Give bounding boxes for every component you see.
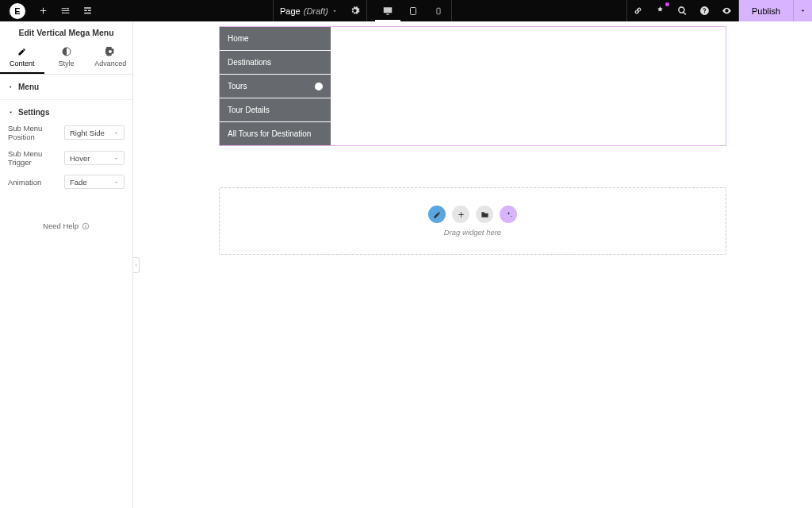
tab-advanced[interactable]: Advanced xyxy=(88,44,132,74)
add-element-button[interactable] xyxy=(32,0,54,21)
gear-icon xyxy=(105,47,115,56)
help-icon[interactable] xyxy=(694,0,716,21)
vertical-mega-menu-widget[interactable]: Home Destinations Tours Tour Details All… xyxy=(219,26,726,146)
tab-style-label: Style xyxy=(59,60,75,67)
svg-rect-3 xyxy=(437,8,440,14)
dropzone-add-button[interactable] xyxy=(452,206,469,223)
submenu-trigger-label: Sub Menu Trigger xyxy=(8,149,63,167)
mega-menu-item-label: Destinations xyxy=(228,58,271,67)
mega-menu-item-label: Tour Details xyxy=(228,106,270,114)
mega-menu-item[interactable]: All Tours for Destination xyxy=(220,122,331,145)
widget-dropzone[interactable]: Drag widget here xyxy=(219,187,726,255)
chevron-down-icon xyxy=(331,8,338,14)
chevron-down-icon xyxy=(113,179,119,185)
mega-menu-item-badge xyxy=(315,83,323,90)
mega-menu-item-label: All Tours for Destination xyxy=(228,129,311,138)
publish-options-dropdown[interactable] xyxy=(793,0,812,21)
svg-point-1 xyxy=(62,12,63,13)
section-menu-title: Menu xyxy=(18,83,39,91)
chevron-down-icon xyxy=(8,110,13,115)
tab-advanced-label: Advanced xyxy=(94,60,126,67)
animation-select[interactable]: Fade xyxy=(64,175,124,189)
sparkle-icon xyxy=(504,210,513,219)
viewport-tablet[interactable] xyxy=(400,0,426,21)
plus-icon xyxy=(457,210,465,219)
mega-menu-item-label: Tours xyxy=(228,82,247,90)
need-help-label: Need Help xyxy=(43,221,79,230)
publish-button[interactable]: Publish xyxy=(739,0,793,21)
connect-icon[interactable] xyxy=(627,0,649,21)
animation-value: Fade xyxy=(70,178,87,187)
tab-style[interactable]: Style xyxy=(44,44,89,74)
chevron-left-icon xyxy=(134,262,138,268)
viewport-desktop[interactable] xyxy=(375,0,400,21)
edit-icon xyxy=(433,210,442,219)
submenu-trigger-select[interactable]: Hover xyxy=(64,151,124,165)
submenu-position-select[interactable]: Right Side xyxy=(64,125,124,140)
section-settings-title: Settings xyxy=(18,108,49,117)
dropzone-edit-button[interactable] xyxy=(428,206,446,223)
page-label-text: Page xyxy=(280,6,301,16)
tab-content[interactable]: Content xyxy=(0,44,44,74)
chevron-right-icon xyxy=(8,84,13,90)
finder-search-icon[interactable] xyxy=(672,0,694,21)
mega-menu-item[interactable]: Tour Details xyxy=(220,98,331,121)
chevron-down-icon xyxy=(113,130,119,136)
animation-label: Animation xyxy=(8,178,63,187)
page-title-dropdown[interactable]: Page (Draft) xyxy=(274,6,344,16)
settings-sliders-icon[interactable] xyxy=(54,0,76,21)
submenu-position-label: Sub Menu Position xyxy=(8,124,63,141)
preview-eye-icon[interactable] xyxy=(716,0,738,21)
svg-rect-2 xyxy=(410,7,416,14)
chevron-down-icon xyxy=(113,156,119,161)
sidebar-collapse-handle[interactable] xyxy=(133,257,140,273)
page-settings-gear-icon[interactable] xyxy=(344,0,366,21)
mega-menu-content-area xyxy=(331,27,726,145)
tab-content-label: Content xyxy=(10,60,35,67)
submenu-trigger-value: Hover xyxy=(70,154,90,163)
mega-menu-item-label: Home xyxy=(228,34,249,43)
page-status-text: (Draft) xyxy=(304,6,328,16)
dropzone-ai-button[interactable] xyxy=(500,206,517,223)
folder-icon xyxy=(481,210,489,219)
need-help-link[interactable]: Need Help xyxy=(0,221,132,230)
svg-point-0 xyxy=(67,8,68,10)
notifications-icon[interactable] xyxy=(649,0,672,21)
section-settings-toggle[interactable]: Settings xyxy=(8,105,124,120)
elementor-logo[interactable]: E xyxy=(10,3,25,19)
structure-icon[interactable] xyxy=(76,0,98,21)
section-menu-toggle[interactable]: Menu xyxy=(8,79,124,94)
submenu-position-value: Right Side xyxy=(70,129,105,137)
mega-menu-item[interactable]: Destinations xyxy=(220,51,331,74)
dropzone-template-button[interactable] xyxy=(476,206,493,223)
dropzone-hint-text: Drag widget here xyxy=(444,228,501,237)
contrast-icon xyxy=(62,47,71,56)
mega-menu-item[interactable]: Tours xyxy=(220,75,331,98)
pencil-icon xyxy=(17,47,27,56)
info-circle-icon xyxy=(82,222,90,230)
mega-menu-item[interactable]: Home xyxy=(220,27,331,50)
panel-title: Edit Vertical Mega Menu xyxy=(0,21,132,44)
viewport-mobile[interactable] xyxy=(426,0,451,21)
